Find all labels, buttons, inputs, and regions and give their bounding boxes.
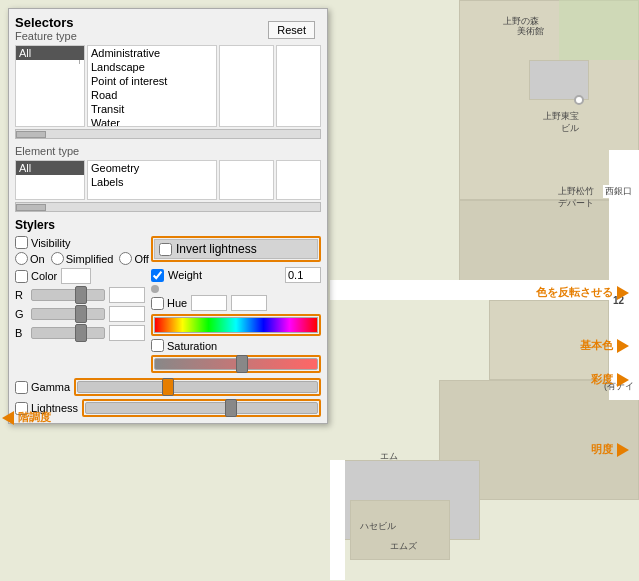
saturation-checkbox[interactable]	[151, 339, 164, 352]
on-radio[interactable]	[15, 252, 28, 265]
g-slider[interactable]	[31, 308, 105, 320]
weight-checkbox[interactable]	[151, 269, 164, 282]
visibility-checkbox[interactable]	[15, 236, 28, 249]
map-label-7: 西銀口	[603, 185, 634, 198]
map-label-6: デパート	[558, 197, 594, 210]
r-label: R	[15, 289, 27, 301]
feature-all-item[interactable]: All	[16, 46, 84, 60]
gamma-checkbox[interactable]	[15, 381, 28, 394]
selectors-panel: Selectors Reset Feature type All Adminis…	[8, 8, 328, 424]
feature-item-poi[interactable]: Point of interest	[88, 74, 216, 88]
off-radio-label[interactable]: Off	[119, 252, 148, 265]
g-thumb[interactable]	[75, 305, 87, 323]
feature-item-transit[interactable]: Transit	[88, 102, 216, 116]
hue-input1[interactable]	[191, 295, 227, 311]
simplified-label: Simplified	[66, 253, 114, 265]
map-label-11: ハセビル	[360, 520, 396, 533]
g-label: G	[15, 308, 27, 320]
simplified-radio-label[interactable]: Simplified	[51, 252, 114, 265]
saturation-slider[interactable]	[154, 358, 318, 370]
element-all-col: All	[15, 160, 85, 200]
saturation-thumb[interactable]	[236, 355, 248, 373]
color-preview[interactable]	[61, 268, 91, 284]
element-all-item[interactable]: All	[16, 161, 84, 175]
on-radio-label[interactable]: On	[15, 252, 45, 265]
hue-checkbox[interactable]	[151, 297, 164, 310]
stylers-label: Stylers	[15, 218, 321, 232]
saturation-arrow	[617, 373, 629, 387]
gamma-thumb[interactable]	[162, 378, 174, 396]
saturation-annotation-text: 彩度	[591, 372, 613, 387]
r-slider[interactable]	[31, 289, 105, 301]
color-checkbox-label[interactable]: Color	[15, 270, 57, 283]
element-all-list[interactable]: All	[15, 160, 85, 200]
visibility-label: Visibility	[31, 237, 71, 249]
map-marker	[574, 95, 584, 105]
left-stylers: Visibility On Simplified Off	[15, 236, 145, 376]
visibility-checkbox-label[interactable]: Visibility	[15, 236, 71, 249]
b-slider[interactable]	[31, 327, 105, 339]
saturation-label: Saturation	[167, 340, 217, 352]
feature-empty-list1[interactable]	[219, 45, 274, 127]
element-item-labels[interactable]: Labels	[88, 175, 216, 189]
g-input[interactable]	[109, 306, 145, 322]
feature-type-row: All Administrative Landscape Point of in…	[15, 45, 321, 127]
color-label: Color	[31, 270, 57, 282]
feature-all-list[interactable]: All	[15, 45, 85, 127]
saturation-annotation: 彩度	[591, 372, 629, 387]
top-stylers-row: Visibility On Simplified Off	[15, 236, 321, 376]
b-thumb[interactable]	[75, 324, 87, 342]
gamma-label: Gamma	[31, 381, 70, 393]
simplified-radio[interactable]	[51, 252, 64, 265]
hue-arrow	[617, 339, 629, 353]
gamma-slider[interactable]	[77, 381, 318, 393]
lightness-slider[interactable]	[85, 402, 318, 414]
feature-empty-list2[interactable]	[276, 45, 321, 127]
element-items-list[interactable]: Geometry Labels	[87, 160, 217, 200]
hue-annotation: 基本色	[580, 338, 629, 353]
map-label-4: ビル	[561, 122, 579, 135]
invert-lightness-label: Invert lightness	[176, 242, 257, 256]
dot-indicator	[151, 285, 159, 293]
r-thumb[interactable]	[75, 286, 87, 304]
off-radio[interactable]	[119, 252, 132, 265]
element-item-geometry[interactable]: Geometry	[88, 161, 216, 175]
lightness-thumb[interactable]	[225, 399, 237, 417]
r-row: R	[15, 287, 145, 303]
color-checkbox[interactable]	[15, 270, 28, 283]
lightness-slider-box	[82, 399, 321, 417]
hue-checkbox-label[interactable]: Hue	[151, 297, 187, 310]
off-label: Off	[134, 253, 148, 265]
gamma-checkbox-label[interactable]: Gamma	[15, 381, 70, 394]
feature-item-water[interactable]: Water	[88, 116, 216, 127]
element-hscroll[interactable]	[15, 202, 321, 212]
hue-gradient-bar[interactable]	[154, 317, 318, 333]
saturation-row: Saturation	[151, 339, 321, 352]
element-hscroll-thumb[interactable]	[16, 204, 46, 211]
hue-input2[interactable]	[231, 295, 267, 311]
feature-col3	[219, 45, 274, 127]
b-input[interactable]	[109, 325, 145, 341]
element-col3	[219, 160, 274, 200]
reset-button[interactable]: Reset	[268, 21, 315, 39]
element-empty-list2[interactable]	[276, 160, 321, 200]
element-empty-list1[interactable]	[219, 160, 274, 200]
feature-hscroll-thumb[interactable]	[16, 131, 46, 138]
visibility-row: Visibility	[15, 236, 145, 249]
r-input[interactable]	[109, 287, 145, 303]
weight-input[interactable]	[285, 267, 321, 283]
lightness-annotation: 明度	[591, 442, 629, 457]
gamma-arrow	[2, 411, 14, 425]
invert-lightness-checkbox[interactable]	[159, 243, 172, 256]
feature-items-list[interactable]: Administrative Landscape Point of intere…	[87, 45, 217, 127]
feature-hscroll[interactable]	[15, 129, 321, 139]
panel-title: Selectors	[15, 15, 74, 30]
lightness-arrow	[617, 443, 629, 457]
feature-item-road[interactable]: Road	[88, 88, 216, 102]
saturation-checkbox-label[interactable]: Saturation	[151, 339, 217, 352]
lightness-annotation-text: 明度	[591, 442, 613, 457]
feature-item-landscape[interactable]: Landscape	[88, 60, 216, 74]
element-items-col: Geometry Labels	[87, 160, 217, 200]
gamma-annotation: 階調度	[2, 410, 51, 425]
feature-item-admin[interactable]: Administrative	[88, 46, 216, 60]
